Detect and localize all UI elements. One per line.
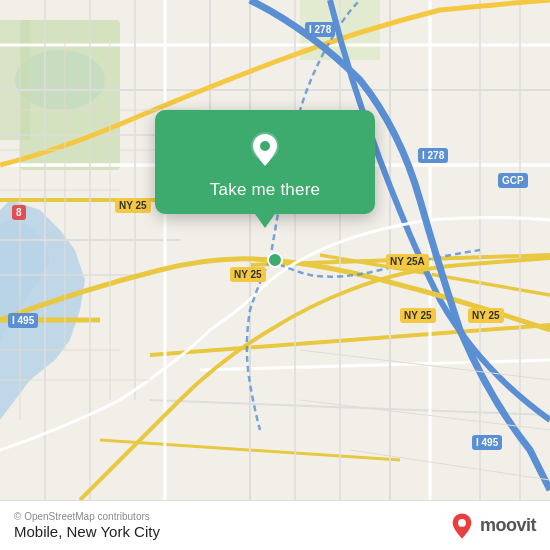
badge-ny25-center: NY 25 [230, 267, 266, 282]
badge-i495-bottom: I 495 [472, 435, 502, 450]
popup-card[interactable]: Take me there [155, 110, 375, 214]
badge-i278-right: I 278 [418, 148, 448, 163]
bottom-left: © OpenStreetMap contributors Mobile, New… [14, 511, 160, 540]
badge-ny25-br1: NY 25 [400, 308, 436, 323]
moovit-pin-icon [448, 512, 476, 540]
badge-i495-left: I 495 [8, 313, 38, 328]
bottom-bar: © OpenStreetMap contributors Mobile, New… [0, 500, 550, 550]
location-pin-icon [243, 128, 287, 172]
badge-8: 8 [12, 205, 26, 220]
badge-ny25-left: NY 25 [115, 198, 151, 213]
location-text: Mobile, New York City [14, 523, 160, 540]
badge-ny25-br2: NY 25 [468, 308, 504, 323]
badge-gcp: GCP [498, 173, 528, 188]
popup-label: Take me there [210, 180, 320, 200]
svg-rect-5 [0, 20, 30, 140]
svg-point-47 [260, 141, 270, 151]
svg-point-45 [268, 253, 282, 267]
svg-rect-4 [20, 20, 120, 170]
svg-point-48 [458, 519, 466, 527]
moovit-logo: moovit [448, 512, 536, 540]
map-background [0, 0, 550, 500]
badge-i278-top: I 278 [305, 22, 335, 37]
copyright-text: © OpenStreetMap contributors [14, 511, 160, 522]
moovit-wordmark: moovit [480, 515, 536, 536]
badge-ny25a: NY 25A [386, 254, 429, 269]
map-container: 8 NY 25 I 278 I 278 NY 25 NY 25A NY 25 N… [0, 0, 550, 500]
